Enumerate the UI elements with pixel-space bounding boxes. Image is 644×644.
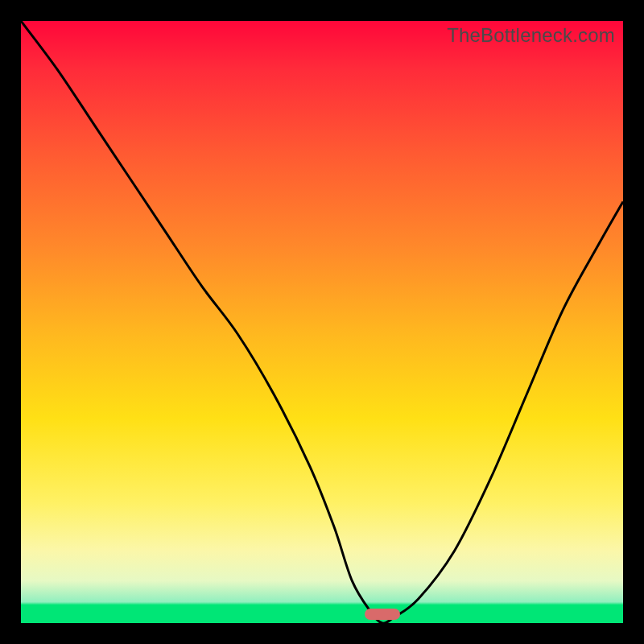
- optimal-marker: [365, 609, 400, 620]
- plot-area: TheBottleneck.com: [21, 21, 623, 623]
- chart-frame: TheBottleneck.com: [0, 0, 644, 644]
- bottleneck-curve: [21, 21, 623, 623]
